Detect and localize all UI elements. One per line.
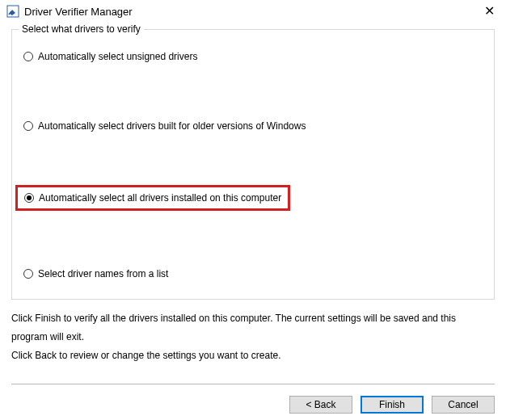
info-line-1: Click Finish to verify all the drivers i…: [11, 309, 495, 346]
window-title: Driver Verifier Manager: [24, 6, 133, 18]
titlebar: Driver Verifier Manager ✕: [0, 0, 506, 21]
finish-button[interactable]: Finish: [361, 396, 424, 414]
titlebar-left: Driver Verifier Manager: [6, 5, 133, 18]
group-legend: Select what drivers to verify: [19, 23, 144, 35]
info-text: Click Finish to verify all the drivers i…: [0, 300, 506, 364]
back-button[interactable]: < Back: [289, 396, 352, 414]
radio-option-all-installed[interactable]: Automatically select all drivers install…: [15, 185, 290, 211]
radio-option-from-list[interactable]: Select driver names from a list: [22, 267, 170, 280]
radio-icon: [23, 121, 33, 131]
radio-label: Select driver names from a list: [38, 268, 168, 279]
radio-label: Automatically select drivers built for o…: [38, 120, 306, 132]
radio-label: Automatically select all drivers install…: [39, 192, 281, 204]
radio-option-unsigned[interactable]: Automatically select unsigned drivers: [22, 50, 199, 63]
radio-label: Automatically select unsigned drivers: [38, 51, 197, 62]
cancel-button[interactable]: Cancel: [432, 396, 495, 414]
radio-icon: [23, 269, 33, 279]
info-line-2: Click Back to review or change the setti…: [11, 346, 495, 365]
radio-icon: [24, 193, 34, 203]
radio-icon: [23, 52, 33, 61]
app-icon: [6, 5, 19, 18]
button-bar: < Back Finish Cancel: [0, 384, 506, 414]
radio-option-older-windows[interactable]: Automatically select drivers built for o…: [22, 120, 307, 132]
close-icon[interactable]: ✕: [481, 5, 498, 18]
driver-selection-group: Select what drivers to verify Automatica…: [11, 29, 495, 300]
content-area: Select what drivers to verify Automatica…: [0, 21, 506, 300]
